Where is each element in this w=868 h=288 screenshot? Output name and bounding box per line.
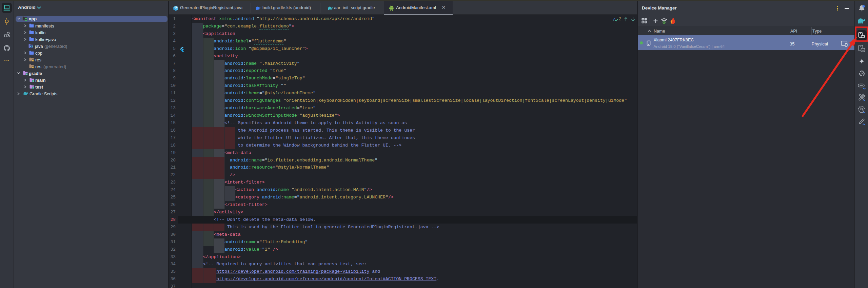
svg-text:A: A bbox=[613, 17, 616, 22]
